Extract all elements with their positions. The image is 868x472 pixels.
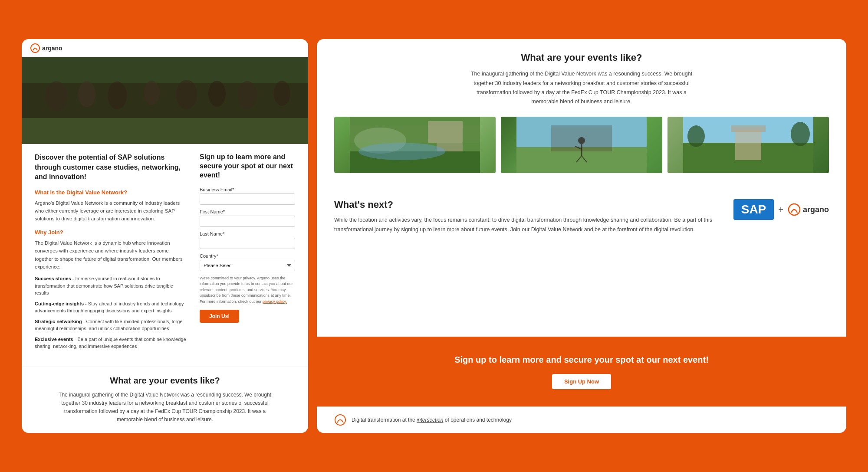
cta-banner: Sign up to learn more and secure your sp… — [317, 337, 846, 406]
events-body-left: The inaugural gathering of the Digital V… — [56, 391, 273, 424]
email-group: Business Email* — [200, 187, 295, 205]
svg-rect-32 — [735, 130, 761, 160]
list-item: Exclusive events - Be a part of unique e… — [35, 336, 187, 350]
svg-point-19 — [358, 143, 445, 160]
argano-logo: argano — [30, 43, 62, 53]
main-content: Discover the potential of SAP solutions … — [22, 144, 308, 366]
headline: Discover the potential of SAP solutions … — [35, 153, 187, 182]
privacy-text: We're committed to your privacy. Argano … — [200, 275, 295, 305]
first-name-input[interactable] — [200, 216, 295, 227]
whats-next-section: What's next? While the location and acti… — [317, 186, 846, 247]
left-panel: argano Digital Value Network — [22, 39, 308, 433]
hero-image: Digital Value Network — [22, 57, 308, 144]
benefits-list: Success stories - Immerse yourself in re… — [35, 275, 187, 350]
wn-body: While the location and activities vary, … — [334, 216, 720, 234]
bullet-bold: Strategic networking — [35, 319, 82, 324]
country-group: Country* Please Select United States Uni… — [200, 253, 295, 271]
svg-rect-33 — [731, 125, 766, 132]
signup-form-col: Sign up to learn more and secure your sp… — [200, 153, 295, 353]
argano-logo-icon — [30, 43, 40, 53]
why-heading: Why Join? — [35, 229, 187, 236]
last-name-group: Last Name* — [200, 231, 295, 249]
rp-events-body: The inaugural gathering of the Digital V… — [469, 69, 694, 106]
argano-logo-icon-wn — [788, 203, 801, 216]
first-name-label: First Name* — [200, 209, 295, 214]
last-name-input[interactable] — [200, 238, 295, 249]
list-item: Strategic networking - Connect with like… — [35, 318, 187, 332]
argano-logo-text: argano — [42, 45, 62, 52]
bullet-bold: Cutting-edge insights — [35, 301, 84, 306]
country-label: Country* — [200, 253, 295, 259]
argano-logo-text-wn: argano — [803, 205, 829, 214]
what-body: Argano's Digital Value Network is a comm… — [35, 199, 187, 223]
wn-inner: What's next? While the location and acti… — [334, 199, 829, 234]
wn-title: What's next? — [334, 199, 720, 210]
argano-footer-icon — [334, 414, 346, 426]
wn-text: What's next? While the location and acti… — [334, 199, 720, 234]
wn-logos: SAP + argano — [733, 199, 829, 220]
golf-image-1 — [334, 117, 496, 173]
list-item: Cutting-edge insights - Stay ahead of in… — [35, 300, 187, 315]
events-section-left: What are your events like? The inaugural… — [22, 367, 308, 433]
plus-sign: + — [778, 205, 783, 215]
golf-image-3 — [667, 117, 829, 173]
rp-top: What are your events like? The inaugural… — [317, 39, 846, 186]
golf-images-row — [334, 117, 829, 173]
page-wrapper: argano Digital Value Network — [22, 39, 846, 433]
cta-title: Sign up to learn more and secure your sp… — [334, 354, 829, 365]
bullet-bold: Success stories — [35, 276, 71, 281]
sap-logo: SAP — [733, 199, 774, 220]
email-input[interactable] — [200, 193, 295, 205]
left-col: Discover the potential of SAP solutions … — [35, 153, 187, 353]
events-title-left: What are your events like? — [35, 376, 295, 386]
svg-point-24 — [578, 137, 585, 144]
country-select[interactable]: Please Select United States United Kingd… — [200, 260, 295, 271]
why-body: The Digital Value Network is a dynamic h… — [35, 239, 187, 271]
rp-events-title: What are your events like? — [334, 52, 829, 63]
bullet-bold: Exclusive events — [35, 337, 73, 342]
what-heading: What is the Digital Value Network? — [35, 189, 187, 196]
argano-logo-wn: argano — [788, 203, 829, 216]
svg-point-35 — [791, 122, 810, 146]
join-button[interactable]: Join Us! — [200, 310, 239, 323]
list-item: Success stories - Immerse yourself in re… — [35, 275, 187, 297]
svg-rect-12 — [22, 57, 308, 144]
last-name-label: Last Name* — [200, 231, 295, 236]
form-title: Sign up to learn more and secure your sp… — [200, 153, 295, 180]
svg-rect-17 — [428, 121, 463, 143]
sign-up-now-button[interactable]: Sign Up Now — [552, 374, 611, 389]
logo-bar: argano — [22, 39, 308, 57]
privacy-link[interactable]: privacy policy. — [263, 299, 287, 304]
golf-image-2 — [501, 117, 662, 173]
rp-footer: Digital transformation at the intersecti… — [317, 406, 846, 433]
first-name-group: First Name* — [200, 209, 295, 227]
svg-point-34 — [687, 125, 705, 147]
right-panel: What are your events like? The inaugural… — [317, 39, 846, 433]
email-label: Business Email* — [200, 187, 295, 192]
footer-tagline: Digital transformation at the intersecti… — [352, 417, 512, 423]
